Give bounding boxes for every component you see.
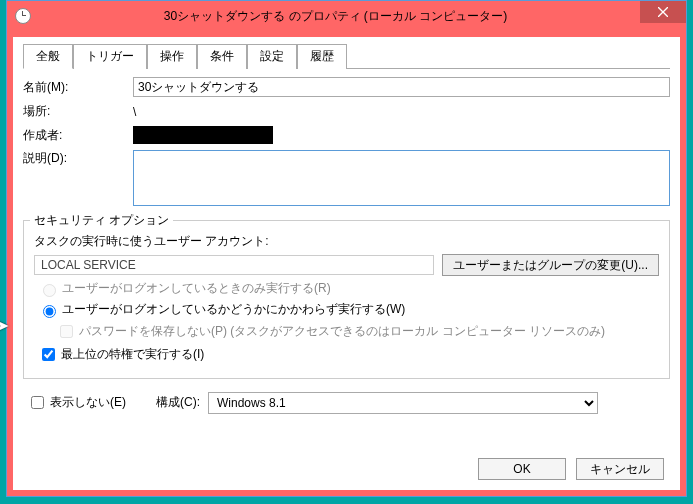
configure-select[interactable]: Windows 8.1 bbox=[208, 392, 598, 414]
check-highest-input[interactable] bbox=[42, 348, 55, 361]
check-no-store-password[interactable]: パスワードを保存しない(P) (タスクがアクセスできるのはローカル コンピュータ… bbox=[34, 322, 659, 341]
tab-actions[interactable]: 操作 bbox=[147, 44, 197, 69]
dialog-footer: OK キャンセル bbox=[478, 458, 664, 480]
location-value: \ bbox=[133, 105, 670, 119]
check-nopass-label: パスワードを保存しない(P) (タスクがアクセスできるのはローカル コンピュータ… bbox=[79, 323, 605, 340]
account-value: LOCAL SERVICE bbox=[34, 255, 434, 275]
account-label: タスクの実行時に使うユーザー アカウント: bbox=[34, 233, 659, 250]
check-hidden-input[interactable] bbox=[31, 396, 44, 409]
close-icon bbox=[658, 7, 668, 17]
tab-general[interactable]: 全般 bbox=[23, 44, 73, 69]
name-label: 名前(M): bbox=[23, 79, 133, 96]
tab-settings[interactable]: 設定 bbox=[247, 44, 297, 69]
tab-history[interactable]: 履歴 bbox=[297, 44, 347, 69]
name-input[interactable] bbox=[133, 77, 670, 97]
properties-dialog: 30シャットダウンする のプロパティ (ローカル コンピューター) 全般 トリガ… bbox=[6, 0, 687, 497]
tab-conditions[interactable]: 条件 bbox=[197, 44, 247, 69]
window-title: 30シャットダウンする のプロパティ (ローカル コンピューター) bbox=[31, 8, 640, 25]
radio-logged-on-input[interactable] bbox=[43, 284, 56, 297]
clock-icon bbox=[15, 8, 31, 24]
cancel-button[interactable]: キャンセル bbox=[576, 458, 664, 480]
dialog-body: 全般 トリガー 操作 条件 設定 履歴 名前(M): 場所: \ 作成者: 説明… bbox=[13, 37, 680, 490]
author-label: 作成者: bbox=[23, 127, 133, 144]
check-hidden-label: 表示しない(E) bbox=[50, 394, 126, 411]
radio-any-input[interactable] bbox=[43, 305, 56, 318]
security-legend: セキュリティ オプション bbox=[30, 212, 173, 229]
radio-any-label: ユーザーがログオンしているかどうかにかかわらず実行する(W) bbox=[62, 301, 405, 318]
check-nopass-input[interactable] bbox=[60, 325, 73, 338]
tab-triggers[interactable]: トリガー bbox=[73, 44, 147, 69]
titlebar[interactable]: 30シャットダウンする のプロパティ (ローカル コンピューター) bbox=[7, 1, 686, 31]
location-label: 場所: bbox=[23, 103, 133, 120]
security-options-group: セキュリティ オプション タスクの実行時に使うユーザー アカウント: LOCAL… bbox=[23, 220, 670, 379]
description-label: 説明(D): bbox=[23, 150, 133, 167]
description-input[interactable] bbox=[133, 150, 670, 206]
tab-strip: 全般 トリガー 操作 条件 設定 履歴 bbox=[23, 43, 670, 69]
check-hidden[interactable]: 表示しない(E) bbox=[23, 393, 126, 412]
radio-run-regardless[interactable]: ユーザーがログオンしているかどうかにかかわらず実行する(W) bbox=[34, 301, 659, 318]
radio-run-when-logged-on[interactable]: ユーザーがログオンしているときのみ実行する(R) bbox=[34, 280, 659, 297]
dialog-body-wrap: 全般 トリガー 操作 条件 設定 履歴 名前(M): 場所: \ 作成者: 説明… bbox=[7, 31, 686, 496]
check-highest-label: 最上位の特権で実行する(I) bbox=[61, 346, 204, 363]
change-user-button[interactable]: ユーザーまたはグループの変更(U)... bbox=[442, 254, 659, 276]
ok-button[interactable]: OK bbox=[478, 458, 566, 480]
close-button[interactable] bbox=[640, 1, 686, 23]
radio-logged-on-label: ユーザーがログオンしているときのみ実行する(R) bbox=[62, 280, 331, 297]
check-highest-privileges[interactable]: 最上位の特権で実行する(I) bbox=[34, 345, 659, 364]
author-value-redacted bbox=[133, 126, 273, 144]
configure-label: 構成(C): bbox=[156, 394, 200, 411]
